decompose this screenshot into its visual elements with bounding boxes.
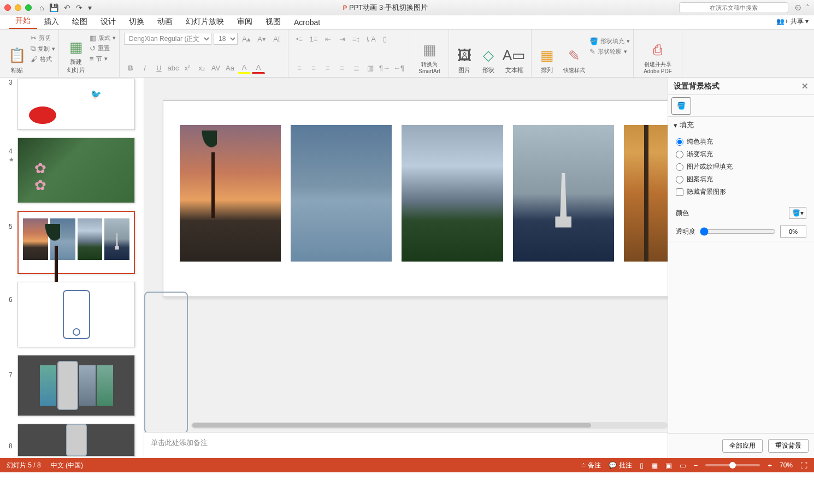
numbering-button[interactable]: 1≡ [307,33,320,45]
bullets-button[interactable]: •≡ [293,33,306,45]
zoom-in-button[interactable]: + [768,461,772,470]
tab-slideshow[interactable]: 幻灯片放映 [179,15,231,29]
reset-button[interactable]: ↺重置 [90,44,116,52]
close-window[interactable] [4,4,11,11]
copy-button[interactable]: ⧉复制 ▾ [31,44,55,53]
notes-pane[interactable]: 单击此处添加备注 [144,432,668,458]
distribute-button[interactable]: ≣ [350,62,363,74]
picture-button[interactable]: 🖼图片 [452,32,476,74]
bold-button[interactable]: B [124,62,137,74]
smartart-button[interactable]: ▦ 转换为 SmartArt [414,32,445,74]
image-mountain[interactable] [402,125,503,262]
normal-view-icon[interactable]: ▯ [640,461,644,470]
decrease-indent-button[interactable]: ⇤ [321,33,334,45]
layout-button[interactable]: ▥版式 ▾ [90,34,116,42]
align-right-button[interactable]: ≡ [321,62,334,74]
change-case-button[interactable]: Aa [223,62,237,74]
slide-indicator[interactable]: 幻灯片 5 / 8 [7,461,41,470]
increase-indent-button[interactable]: ⇥ [335,33,349,45]
hide-bg-checkbox[interactable]: 隐藏背景图形 [676,186,806,198]
thumb-7[interactable] [17,355,135,416]
zoom-knob[interactable] [729,462,736,469]
transparency-spinner[interactable] [780,226,806,238]
subscript-button[interactable]: x₂ [195,62,208,74]
tab-acrobat[interactable]: Acrobat [287,16,327,29]
strike-button[interactable]: abc [167,62,180,74]
font-name-select[interactable]: DengXian Regular (正文) [124,33,211,45]
notes-toggle[interactable]: ≐ 备注 [581,461,601,470]
minimize-window[interactable] [15,4,21,11]
reset-bg-button[interactable]: 重设背景 [768,439,809,453]
underline-button[interactable]: U [152,62,166,74]
home-icon[interactable]: ⌂ [39,3,44,12]
clear-format-button[interactable]: A⃠ [270,33,284,45]
image-palm-sunset[interactable] [180,125,281,262]
fill-tab[interactable]: 🪣 [671,97,691,115]
justify-button[interactable]: ≡ [335,62,349,74]
highlight-button[interactable]: A [238,62,251,74]
canvas-scroll[interactable]: ✥ [144,78,668,432]
zoom-window[interactable] [25,4,32,11]
transparency-slider[interactable] [700,227,776,236]
superscript-button[interactable]: x² [181,62,194,74]
shrink-font-button[interactable]: A▾ [255,33,268,45]
phone-frame-shape[interactable] [144,292,188,432]
slideshow-view-icon[interactable]: ▭ [680,461,686,470]
comments-toggle[interactable]: 💬 批注 [609,461,632,470]
redo-icon[interactable]: ↷ [76,3,82,12]
line-spacing-button[interactable]: ≡↕ [350,33,363,45]
thumb-4[interactable] [17,138,135,203]
char-spacing-button[interactable]: AV [209,62,222,74]
gradient-fill-radio[interactable]: 渐变填充 [676,148,806,161]
tab-insert[interactable]: 插入 [37,15,66,29]
picture-fill-radio[interactable]: 图片或纹理填充 [676,161,806,173]
rtl-button[interactable]: ←¶ [392,62,405,74]
tab-review[interactable]: 审阅 [231,15,259,29]
create-pdf-button[interactable]: ⎙创建并共享 Adobe PDF [637,32,679,74]
font-size-select[interactable]: 18 [214,33,238,45]
sorter-view-icon[interactable]: ▦ [651,461,658,470]
slide-canvas[interactable] [163,100,668,297]
cut-button[interactable]: ✂剪切 [31,34,55,42]
pattern-fill-radio[interactable]: 图案填充 [676,173,806,186]
image-forest[interactable] [624,125,668,262]
apply-all-button[interactable]: 全部应用 [722,439,763,453]
search-input[interactable] [679,2,788,13]
language-indicator[interactable]: 中文 (中国) [51,461,83,470]
tab-home[interactable]: 开始 [9,14,37,29]
font-color-button[interactable]: A [252,62,265,74]
tab-view[interactable]: 视图 [259,15,287,29]
arrange-button[interactable]: ▦排列 [535,32,559,74]
save-icon[interactable]: 💾 [49,3,58,12]
zoom-value[interactable]: 70% [780,461,793,469]
qat-more-icon[interactable]: ▾ [88,3,92,12]
color-picker-button[interactable]: 🪣▾ [789,207,806,219]
reading-view-icon[interactable]: ▣ [665,461,672,470]
close-pane-icon[interactable]: ✕ [801,81,809,91]
zoom-out-button[interactable]: − [694,461,698,470]
ltr-button[interactable]: ¶→ [378,62,391,74]
fit-window-icon[interactable]: ⛶ [800,461,807,470]
thumb-3[interactable]: 🐦 [17,79,135,130]
share-button[interactable]: 👥+ 共享 ▾ [776,17,809,26]
tab-animations[interactable]: 动画 [151,15,179,29]
quickstyle-button[interactable]: ✎快速样式 [559,32,589,74]
italic-button[interactable]: I [138,62,151,74]
image-ship[interactable] [513,125,614,262]
zoom-slider[interactable] [705,464,760,466]
section-button[interactable]: ≡节 ▾ [90,55,116,63]
shapes-button[interactable]: ◇形状 [476,32,500,74]
textbox-button[interactable]: A▭文本框 [500,32,528,74]
tab-design[interactable]: 设计 [94,15,122,29]
slide-thumbnails[interactable]: 3 🐦 4 ★ 5 6 7 8 [0,78,144,458]
format-painter-button[interactable]: 🖌格式 [31,55,55,63]
paste-button[interactable]: 📋 粘贴 [3,32,31,74]
thumb-8[interactable] [17,424,135,456]
undo-icon[interactable]: ↶ [64,3,70,12]
shape-outline-button[interactable]: ✎形状轮廓 ▾ [589,48,630,56]
feedback-icon[interactable]: ☺ [794,3,803,13]
columns-button[interactable]: ▥ [364,62,377,74]
tab-transitions[interactable]: 切换 [122,15,151,29]
image-pier[interactable] [291,125,392,262]
h-scrollbar[interactable] [191,422,668,429]
